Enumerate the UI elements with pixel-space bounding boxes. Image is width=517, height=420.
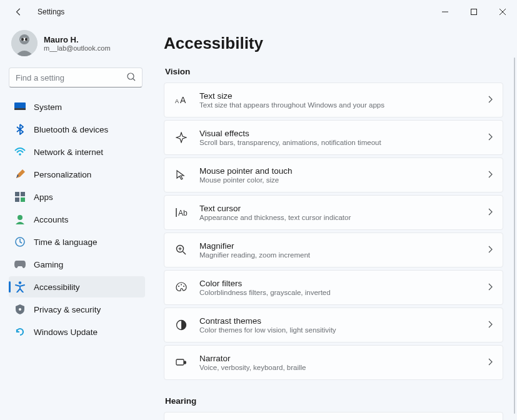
network-icon bbox=[14, 146, 26, 158]
card-narrator[interactable]: Narrator Voice, verbosity, keyboard, bra… bbox=[164, 345, 503, 380]
nav-label: Apps bbox=[34, 192, 53, 202]
magnifier-icon bbox=[174, 244, 188, 256]
close-button[interactable] bbox=[488, 0, 517, 24]
svg-point-5 bbox=[21, 38, 24, 41]
nav-label: System bbox=[34, 102, 62, 112]
nav-privacy[interactable]: Privacy & security bbox=[9, 299, 145, 320]
chevron-right-icon bbox=[488, 244, 493, 256]
windows-update-icon bbox=[14, 326, 26, 338]
privacy-icon bbox=[14, 303, 26, 316]
bluetooth-icon bbox=[14, 123, 26, 136]
search-icon bbox=[126, 72, 136, 84]
nav-time-language[interactable]: Time & language bbox=[9, 231, 145, 252]
card-title: Mouse pointer and touch bbox=[199, 166, 488, 176]
nav-label: Time & language bbox=[34, 238, 98, 247]
card-sub: Appearance and thickness, text cursor in… bbox=[199, 214, 488, 221]
chevron-right-icon bbox=[488, 207, 493, 218]
nav-windows-update[interactable]: Windows Update bbox=[9, 321, 145, 342]
svg-point-30 bbox=[183, 286, 184, 287]
nav-bluetooth[interactable]: Bluetooth & devices bbox=[9, 119, 145, 140]
svg-rect-10 bbox=[14, 108, 26, 110]
svg-rect-15 bbox=[21, 198, 25, 202]
sidebar: Mauro H. m__lab@outlook.com System Bluet… bbox=[0, 24, 150, 420]
visual-effects-icon bbox=[174, 132, 188, 143]
nav-apps[interactable]: Apps bbox=[9, 186, 145, 208]
mouse-pointer-icon bbox=[174, 169, 188, 181]
card-contrast-themes[interactable]: Contrast themes Color themes for low vis… bbox=[164, 308, 503, 342]
back-button[interactable] bbox=[11, 4, 26, 19]
nav-system[interactable]: System bbox=[9, 96, 145, 118]
nav-network[interactable]: Network & internet bbox=[9, 141, 145, 162]
card-sub: Scroll bars, transparency, animations, n… bbox=[199, 139, 488, 146]
nav-personalization[interactable]: Personalization bbox=[9, 164, 145, 185]
card-title: Magnifier bbox=[199, 241, 488, 251]
text-size-icon: AA bbox=[174, 95, 188, 105]
user-profile[interactable]: Mauro H. m__lab@outlook.com bbox=[9, 26, 145, 65]
card-title: Contrast themes bbox=[199, 316, 488, 326]
svg-point-28 bbox=[178, 286, 179, 287]
card-color-filters[interactable]: Color filters Colorblindness filters, gr… bbox=[164, 270, 503, 305]
card-text-size[interactable]: AA Text size Text size that appears thro… bbox=[164, 82, 503, 118]
card-sub: Magnifier reading, zoom increment bbox=[199, 251, 488, 259]
card-visual-effects[interactable]: Visual effects Scroll bars, transparency… bbox=[164, 120, 503, 155]
titlebar: Settings bbox=[0, 0, 517, 24]
hearing-cards: Audio Mono audio, audio notifications bbox=[164, 412, 503, 420]
page-title: Accessibility bbox=[164, 34, 503, 53]
section-hearing-label: Hearing bbox=[165, 396, 503, 406]
text-cursor-icon: Ab bbox=[174, 208, 188, 218]
svg-line-25 bbox=[183, 252, 186, 255]
svg-line-8 bbox=[133, 79, 135, 81]
nav-label: Windows Update bbox=[34, 328, 98, 337]
card-sub: Voice, verbosity, keyboard, braille bbox=[199, 364, 488, 371]
color-filters-icon bbox=[174, 282, 188, 293]
chevron-right-icon bbox=[488, 132, 493, 143]
nav-accessibility[interactable]: Accessibility bbox=[9, 276, 145, 298]
card-text-cursor[interactable]: Ab Text cursor Appearance and thickness,… bbox=[164, 195, 503, 230]
nav-label: Privacy & security bbox=[34, 305, 101, 314]
card-audio[interactable]: Audio Mono audio, audio notifications bbox=[164, 412, 503, 420]
contrast-icon bbox=[174, 319, 188, 331]
nav: System Bluetooth & devices Network & int… bbox=[9, 96, 145, 342]
chevron-right-icon bbox=[488, 169, 493, 181]
card-mouse-pointer[interactable]: Mouse pointer and touch Mouse pointer co… bbox=[164, 158, 503, 192]
window-controls bbox=[431, 0, 517, 24]
main-content: Accessibility Vision AA Text size Text s… bbox=[150, 24, 517, 420]
svg-point-18 bbox=[19, 281, 21, 284]
chevron-right-icon bbox=[488, 319, 493, 331]
minimize-button[interactable] bbox=[431, 0, 459, 24]
card-title: Text size bbox=[199, 91, 488, 101]
card-sub: Mouse pointer color, size bbox=[199, 176, 488, 184]
nav-label: Accounts bbox=[34, 215, 69, 224]
svg-point-19 bbox=[19, 308, 21, 311]
card-title: Narrator bbox=[199, 354, 488, 363]
system-icon bbox=[14, 101, 26, 113]
svg-text:A: A bbox=[180, 95, 186, 105]
card-magnifier[interactable]: Magnifier Magnifier reading, zoom increm… bbox=[164, 232, 503, 268]
nav-accounts[interactable]: Accounts bbox=[9, 209, 145, 230]
card-sub: Text size that appears throughout Window… bbox=[199, 101, 488, 109]
svg-point-29 bbox=[181, 284, 182, 286]
svg-point-16 bbox=[18, 215, 23, 220]
accessibility-icon bbox=[14, 281, 26, 293]
nav-label: Gaming bbox=[34, 260, 63, 269]
accounts-icon bbox=[14, 213, 26, 226]
search-input[interactable] bbox=[9, 68, 143, 88]
nav-label: Personalization bbox=[34, 170, 91, 179]
user-name: Mauro H. bbox=[44, 35, 111, 44]
window-title: Settings bbox=[38, 8, 64, 16]
avatar bbox=[11, 30, 38, 56]
gaming-icon bbox=[14, 258, 26, 271]
svg-rect-1 bbox=[471, 9, 477, 15]
nav-label: Accessibility bbox=[34, 282, 80, 292]
card-title: Visual effects bbox=[199, 129, 488, 138]
card-sub: Colorblindness filters, grayscale, inver… bbox=[199, 289, 488, 296]
svg-rect-13 bbox=[21, 192, 25, 196]
chevron-right-icon bbox=[488, 282, 493, 293]
vision-cards: AA Text size Text size that appears thro… bbox=[164, 82, 503, 380]
svg-rect-12 bbox=[15, 192, 19, 196]
time-language-icon bbox=[14, 236, 26, 248]
maximize-button[interactable] bbox=[459, 0, 488, 24]
scrollbar[interactable] bbox=[514, 58, 515, 414]
nav-gaming[interactable]: Gaming bbox=[9, 254, 145, 275]
svg-point-6 bbox=[25, 38, 28, 41]
